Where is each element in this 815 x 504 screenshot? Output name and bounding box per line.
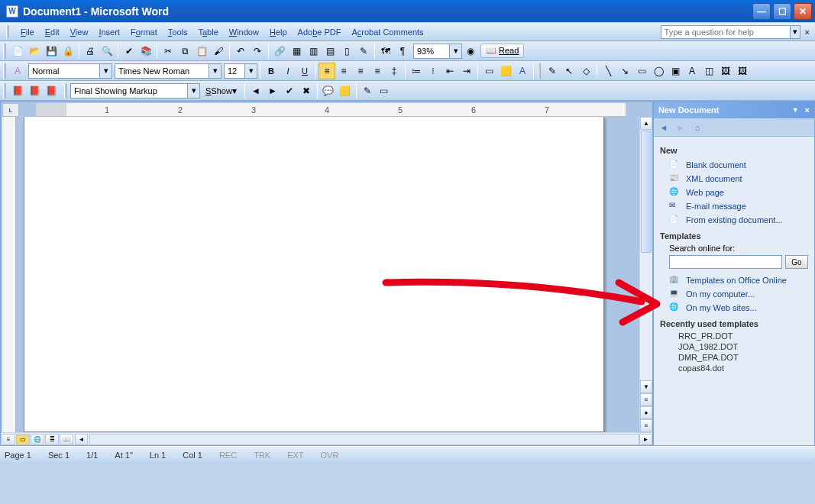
save-icon[interactable]: 💾 (43, 43, 60, 60)
tab-selector[interactable]: L (2, 103, 19, 117)
new-icon[interactable]: 📄 (9, 43, 26, 60)
align-center-icon[interactable]: ≡ (335, 63, 352, 79)
review-display-combo[interactable]: Final Showing Markup ▾ (70, 83, 200, 99)
increase-indent-icon[interactable]: ⇥ (458, 63, 475, 79)
accept-change-icon[interactable]: ✔ (281, 82, 298, 99)
menu-tools[interactable]: Tools (163, 25, 193, 39)
comment-icon[interactable]: 💬 (320, 82, 337, 99)
redo-icon[interactable]: ↷ (249, 43, 266, 60)
recent-template-link[interactable]: JOA_1982.DOT (660, 342, 808, 351)
menu-table[interactable]: Table (192, 25, 223, 39)
reject-change-icon[interactable]: ✖ (298, 82, 315, 99)
drawing-icon[interactable]: ✎ (355, 43, 372, 60)
reading-view-button[interactable]: 📖 (60, 434, 73, 445)
menu-adobe-pdf[interactable]: Adobe PDF (293, 25, 347, 39)
arrow-shape-icon[interactable]: ↘ (616, 63, 633, 79)
status-trk[interactable]: TRK (254, 451, 270, 460)
scroll-down-button[interactable]: ▼ (640, 380, 652, 393)
align-right-icon[interactable]: ≡ (352, 63, 369, 79)
recent-template-link[interactable]: copas84.dot (660, 363, 808, 373)
open-icon[interactable]: 📂 (26, 43, 43, 60)
select-arrow-icon[interactable]: ↖ (561, 63, 577, 79)
insert-table-icon[interactable]: ▥ (305, 43, 322, 60)
highlight-icon[interactable]: 🟨 (497, 63, 514, 79)
tables-borders-icon[interactable]: ▦ (288, 43, 305, 60)
toolbar-grip[interactable] (6, 25, 9, 39)
chevron-down-icon[interactable]: ▾ (187, 84, 199, 98)
oval-icon[interactable]: ◯ (650, 63, 667, 79)
recent-template-link[interactable]: DMR_EPA.DOT (660, 353, 808, 362)
close-doc-button[interactable]: × (805, 27, 810, 37)
bold-icon[interactable]: B (263, 63, 280, 79)
print-icon[interactable]: 🖨 (82, 43, 99, 60)
chevron-down-icon[interactable]: ▾ (244, 64, 257, 78)
cut-icon[interactable]: ✂ (160, 43, 176, 60)
menu-help[interactable]: Help (264, 25, 293, 39)
horizontal-scrollbar[interactable] (89, 434, 639, 445)
from-existing-link[interactable]: 📄From existing document... (660, 213, 808, 227)
diagram-icon[interactable]: ◫ (700, 63, 717, 79)
line-icon[interactable]: ╲ (600, 63, 616, 79)
status-ext[interactable]: EXT (287, 451, 303, 460)
nav-forward-button[interactable]: ► (674, 121, 687, 134)
underline-icon[interactable]: U (296, 63, 313, 79)
prev-change-icon[interactable]: ◄ (247, 82, 264, 99)
menu-format[interactable]: Format (125, 25, 163, 39)
taskpane-header[interactable]: New Document ▼ × (654, 102, 814, 118)
outline-view-button[interactable]: ≣ (45, 434, 59, 445)
on-my-computer-link[interactable]: 💻On my computer... (660, 287, 808, 301)
scroll-up-button[interactable]: ▲ (640, 117, 652, 130)
excel-icon[interactable]: ▤ (322, 43, 338, 60)
toolbar-grip[interactable] (3, 63, 6, 79)
font-color-icon[interactable]: A (514, 63, 531, 79)
font-combo[interactable]: Times New Roman ▾ (115, 63, 222, 79)
horizontal-ruler[interactable]: 1 2 3 4 5 6 7 (36, 103, 626, 117)
toolbar-grip[interactable] (538, 63, 541, 79)
close-button[interactable]: ✕ (794, 3, 812, 20)
help-icon[interactable]: ◉ (462, 43, 479, 60)
paper-area[interactable] (16, 117, 639, 432)
pdf-convert-icon[interactable]: 📕 (9, 82, 26, 99)
menu-acrobat-comments[interactable]: Acrobat Comments (346, 25, 429, 39)
toolbar-grip[interactable] (3, 44, 6, 59)
chevron-down-icon[interactable]: ▾ (99, 64, 112, 78)
clipart-icon[interactable]: 🖼 (717, 63, 734, 79)
browse-object-button[interactable]: ● (640, 406, 652, 419)
scroll-right-button[interactable]: ► (639, 434, 652, 445)
status-ovr[interactable]: OVR (321, 451, 339, 460)
print-layout-view-button[interactable]: ▭ (16, 434, 30, 445)
textbox-icon[interactable]: ▣ (667, 63, 684, 79)
show-menu[interactable]: SShow ▾ (200, 82, 242, 99)
wordart-icon[interactable]: A (684, 63, 700, 79)
vertical-ruler[interactable] (2, 117, 16, 432)
decrease-indent-icon[interactable]: ⇤ (441, 63, 458, 79)
reviewing-pane-icon[interactable]: ▭ (376, 82, 393, 99)
xml-document-link[interactable]: 📰XML document (660, 172, 808, 186)
go-button[interactable]: Go (785, 255, 808, 269)
toolbar-grip[interactable] (3, 83, 6, 99)
next-change-icon[interactable]: ► (264, 82, 281, 99)
help-search-input[interactable] (661, 25, 791, 39)
styles-pane-icon[interactable]: A (9, 63, 26, 79)
vertical-scrollbar[interactable]: ▲ ▼ ≡ ● ≡ (639, 117, 652, 432)
next-page-button[interactable]: ≡ (640, 419, 652, 432)
normal-view-button[interactable]: ≡ (2, 434, 15, 445)
menu-view[interactable]: View (65, 25, 94, 39)
show-hide-icon[interactable]: ¶ (394, 43, 411, 60)
nav-home-button[interactable]: ⌂ (690, 121, 704, 134)
web-page-link[interactable]: 🌐Web page (660, 186, 808, 199)
print-preview-icon[interactable]: 🔍 (99, 43, 115, 60)
highlight-tool-icon[interactable]: 🟨 (337, 82, 354, 99)
scroll-left-button[interactable]: ◄ (75, 434, 88, 445)
fontsize-combo[interactable]: 12 ▾ (224, 63, 257, 79)
web-layout-view-button[interactable]: 🌐 (31, 434, 44, 445)
menu-window[interactable]: Window (224, 25, 264, 39)
templates-office-online-link[interactable]: 🏢Templates on Office Online (660, 273, 808, 287)
taskpane-close-button[interactable]: × (805, 105, 810, 115)
chevron-down-icon[interactable]: ▼ (792, 106, 799, 114)
menu-edit[interactable]: Edit (40, 25, 65, 39)
template-search-input[interactable] (669, 255, 782, 269)
recent-template-link[interactable]: RRC_PR.DOT (660, 331, 808, 341)
columns-icon[interactable]: ▯ (338, 43, 355, 60)
style-combo[interactable]: Normal ▾ (28, 63, 112, 79)
